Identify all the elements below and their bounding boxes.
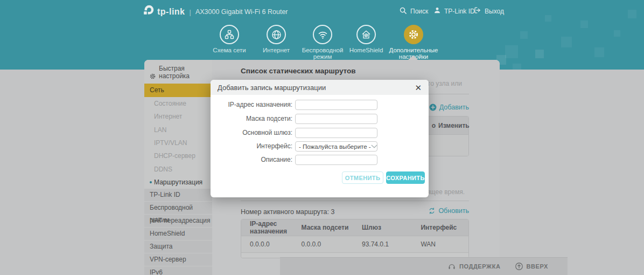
router-model: AX3000 Gigabit Wi-Fi 6 Router [195, 8, 288, 16]
default-gateway-field[interactable] [295, 128, 377, 138]
sidebar-item-wireless[interactable]: Беспроводной режим [144, 202, 212, 215]
pixel-decoration [614, 30, 620, 37]
sidebar-item-label: HomeShield [150, 230, 185, 237]
subnet-mask-label: Маска подсети: [211, 114, 292, 124]
subnet-mask-field[interactable] [295, 114, 377, 124]
sidebar-item-ddns[interactable]: DDNS [144, 162, 212, 175]
sidebar-item-internet[interactable]: Интернет [144, 110, 212, 123]
sidebar-item-tplink-id[interactable]: TP-Link ID [144, 189, 212, 202]
add-route-dialog: Добавить запись маршрутизации ✕ IP-адрес… [211, 80, 429, 197]
sidebar-item-label: Интернет [154, 113, 182, 120]
back-to-top-label: ВВЕРХ [527, 263, 548, 270]
sidebar-item-network[interactable]: Сеть [144, 84, 212, 97]
pixel-decoration [520, 31, 528, 39]
sidebar-item-label: TP-Link ID [150, 191, 180, 198]
header-bar: tp-link | AX3000 Gigabit Wi-Fi 6 Router … [0, 0, 644, 70]
active-routes-description-fragment: ящее время. [426, 188, 465, 196]
pixel-decoration [513, 64, 521, 70]
active-item-dot-icon [150, 181, 152, 183]
person-icon [433, 6, 441, 16]
sidebar-item-label: DDNS [154, 166, 172, 173]
column-header: Маска подсети [302, 224, 362, 231]
sidebar-item-label: IPTV/VLAN [154, 139, 187, 147]
sidebar-item-ipv6[interactable]: IPv6 [144, 266, 212, 275]
interface-select[interactable]: - Пожалуйста выберите - [295, 141, 377, 152]
sidebar-item-label: Сеть [150, 86, 164, 94]
back-to-top-button[interactable]: ВВЕРХ [515, 262, 548, 271]
cell-interface: WAN [421, 240, 468, 248]
sidebar-item-status[interactable]: Состояние [144, 97, 212, 110]
headset-icon [447, 262, 456, 271]
destination-ip-field[interactable] [295, 100, 377, 110]
sidebar-item-dhcp-server[interactable]: DHCP-сервер [144, 149, 212, 162]
sidebar-item-homeshield[interactable]: HomeShield [144, 228, 212, 240]
divider [241, 201, 469, 201]
sidebar-item-routing[interactable]: Маршрутизация [144, 176, 212, 189]
pixel-decoration [580, 20, 588, 28]
tplink-id-button[interactable]: TP-Link ID [433, 6, 475, 16]
sidebar-item-security[interactable]: Защита [144, 240, 212, 253]
sidebar-item-label: VPN-сервер [150, 256, 186, 263]
footer-bar: ПОДДЕРЖКА ВВЕРХ [280, 257, 568, 275]
column-header: IP-адрес назначения [241, 220, 302, 235]
sidebar-item-iptv-vlan[interactable]: IPTV/VLAN [144, 136, 212, 149]
save-button[interactable]: СОХРАНИТЬ [386, 171, 425, 184]
default-gateway-label: Основной шлюз: [211, 128, 292, 138]
refresh-label: Обновить [438, 207, 469, 215]
sidebar-item-label: Защита [150, 243, 173, 250]
globe-icon [267, 25, 286, 44]
column-header: Шлюз [362, 224, 421, 231]
pixel-decoration [628, 10, 636, 18]
pixel-decoration [545, 15, 551, 22]
sidebar-item-label: Состояние [154, 100, 186, 107]
pixel-decoration [561, 37, 572, 47]
column-header-edit: Изменить [438, 116, 470, 135]
sidebar-item-lan[interactable]: LAN [144, 123, 212, 136]
sidebar-item-label: LAN [154, 126, 166, 134]
gear-icon [404, 25, 423, 44]
description-field[interactable] [295, 155, 377, 165]
wifi-icon [313, 25, 332, 44]
close-icon[interactable]: ✕ [415, 84, 422, 92]
description-text-fragment: ого узла или [424, 80, 462, 87]
column-header: Интерфейс [421, 224, 468, 231]
cell-destination-ip: 0.0.0.0 [241, 240, 302, 248]
sidebar-item-label: Маршрутизация [154, 178, 202, 186]
quick-setup-gear-icon [149, 73, 156, 80]
refresh-button[interactable]: Обновить [428, 207, 469, 215]
refresh-icon [428, 207, 436, 215]
cancel-button[interactable]: ОТМЕНИТЬ [342, 171, 383, 184]
sidebar-item-label: NAT переадресация [150, 217, 211, 224]
column-header-fragment: о [432, 116, 436, 135]
cell-subnet-mask: 0.0.0.0 [302, 240, 362, 248]
pixel-decoration [594, 47, 604, 57]
network-map-icon [220, 25, 239, 44]
brand-block: tp-link | AX3000 Gigabit Wi-Fi 6 Router [142, 4, 288, 19]
active-route-count: Номер активного маршрута: 3 [241, 208, 334, 216]
active-route-count-label: Номер активного маршрута: [241, 208, 329, 216]
sidebar-item-label: Быстрая настройка [159, 65, 212, 80]
sidebar-item-quick-setup[interactable]: Быстрая настройка [144, 60, 212, 84]
page-title: Список статических маршрутов [241, 67, 356, 75]
sidebar-item-nat-forwarding[interactable]: NAT переадресация [144, 215, 212, 228]
sidebar-network-submenu: Состояние Интернет LAN IPTV/VLAN DHCP-се… [144, 97, 212, 189]
sidebar-item-vpn-server[interactable]: VPN-сервер [144, 253, 212, 266]
support-button[interactable]: ПОДДЕРЖКА [447, 262, 501, 271]
nav-advanced-settings[interactable]: Дополнительные настройки [383, 25, 444, 60]
dialog-title: Добавить запись маршрутизации [218, 84, 326, 92]
search-button[interactable]: Поиск [399, 6, 428, 16]
brand-name: tp-link [157, 7, 185, 17]
pixel-decoration [535, 50, 544, 58]
active-route-count-value: 3 [331, 208, 335, 216]
search-label: Поиск [410, 8, 428, 15]
description-label: Описание: [211, 155, 292, 165]
add-route-button[interactable]: Добавить [429, 104, 469, 111]
tplink-logo-icon [142, 4, 155, 19]
add-route-label: Добавить [439, 104, 469, 111]
logout-icon [474, 6, 481, 16]
active-routes-table-header: IP-адрес назначения Маска подсети Шлюз И… [241, 219, 468, 236]
arrow-up-circle-icon [515, 262, 523, 271]
logout-button[interactable]: Выход [474, 6, 504, 16]
logout-label: Выход [485, 8, 504, 15]
brand-separator: | [190, 8, 191, 16]
